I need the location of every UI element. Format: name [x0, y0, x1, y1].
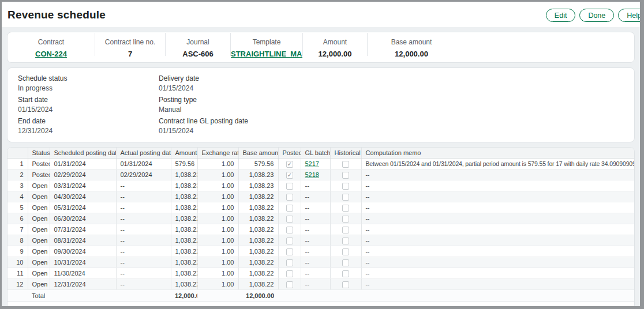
- summary-field: JournalASC-606: [166, 33, 231, 56]
- cell-status: Open: [28, 213, 50, 224]
- total-spacer: [197, 289, 238, 302]
- cell-scheduled-posting-date: 08/31/2024: [50, 235, 116, 246]
- cell-computation-memo: --: [361, 180, 634, 191]
- historical-checkbox[interactable]: [342, 281, 349, 288]
- detail-value: 01/15/2024: [159, 127, 248, 135]
- cell-historical: [330, 267, 361, 278]
- cell-historical: [330, 169, 361, 180]
- col-header: GL batch: [301, 148, 330, 158]
- row-number: 2: [8, 169, 28, 180]
- row-number: 8: [8, 235, 28, 246]
- col-header: Actual posting date: [116, 148, 171, 158]
- gl-batch-link[interactable]: 5217: [305, 160, 319, 167]
- cell-base-amount: 1,038.23: [238, 169, 278, 180]
- cell-gl-batch: --: [301, 278, 330, 289]
- posted-checkbox[interactable]: [286, 281, 293, 288]
- cell-gl-batch: --: [301, 224, 330, 235]
- historical-checkbox[interactable]: [342, 227, 349, 233]
- page-title: Revenue schedule: [8, 9, 106, 21]
- cell-posted: [278, 213, 301, 224]
- cell-gl-batch: --: [301, 267, 330, 278]
- cell-exchange-rate: 1.00: [197, 180, 238, 191]
- historical-checkbox[interactable]: [342, 172, 349, 179]
- total-spacer: [116, 289, 171, 302]
- cell-gl-batch: --: [301, 180, 330, 191]
- summary-field: TemplateSTRAIGHTLINE_MANUAL: [231, 33, 303, 56]
- cell-amount: 1,038.22: [171, 202, 197, 213]
- cell-gl-batch: --: [301, 235, 330, 246]
- historical-checkbox[interactable]: [342, 183, 349, 190]
- col-header: Status: [28, 148, 50, 158]
- historical-checkbox[interactable]: [342, 270, 349, 277]
- historical-checkbox[interactable]: [342, 259, 349, 266]
- posted-checkbox[interactable]: [286, 183, 293, 190]
- col-header: Computation memo: [361, 148, 634, 158]
- cell-computation-memo: --: [361, 278, 634, 289]
- cell-scheduled-posting-date: 03/31/2024: [50, 180, 116, 191]
- cell-base-amount: 1,038.22: [238, 267, 278, 278]
- gl-batch-link[interactable]: 5218: [305, 171, 319, 178]
- cell-posted: [278, 158, 301, 169]
- cell-computation-memo: --: [361, 169, 634, 180]
- summary-field-value: 12,000.00: [368, 50, 455, 58]
- total-spacer: [8, 289, 28, 302]
- row-number: 9: [8, 246, 28, 257]
- historical-checkbox[interactable]: [342, 216, 349, 223]
- edit-button[interactable]: Edit: [546, 9, 576, 22]
- cell-scheduled-posting-date: 12/31/2024: [50, 278, 116, 289]
- historical-checkbox[interactable]: [342, 205, 349, 212]
- cell-actual-posting-date: --: [116, 191, 171, 202]
- detail-pair: Schedule statusIn progress: [18, 74, 159, 92]
- total-row: Total 12,000.00 12,000.00: [8, 289, 634, 302]
- cell-scheduled-posting-date: 07/31/2024: [50, 224, 116, 235]
- cell-status: Posted: [28, 158, 50, 169]
- summary-field-link[interactable]: CON-224: [8, 50, 95, 58]
- cell-historical: [330, 246, 361, 257]
- cell-status: Open: [28, 235, 50, 246]
- cell-base-amount: 1,038.23: [238, 180, 278, 191]
- cell-scheduled-posting-date: 11/30/2024: [50, 267, 116, 278]
- detail-value: 12/31/2024: [18, 127, 159, 135]
- posted-checkbox[interactable]: [286, 161, 293, 168]
- col-header: Exchange rate: [197, 148, 238, 158]
- cell-computation-memo: Between 01/15/2024 and 01/31/2024, parti…: [361, 158, 634, 169]
- cell-actual-posting-date: --: [116, 202, 171, 213]
- posted-checkbox[interactable]: [286, 270, 293, 277]
- posted-checkbox[interactable]: [286, 216, 293, 223]
- cell-scheduled-posting-date: 02/29/2024: [50, 169, 116, 180]
- cell-posted: [278, 202, 301, 213]
- cell-historical: [330, 191, 361, 202]
- help-button[interactable]: Help: [618, 9, 640, 22]
- cell-gl-batch: --: [301, 202, 330, 213]
- cell-status: Posted: [28, 169, 50, 180]
- summary-field-value: ASC-606: [166, 50, 230, 58]
- action-buttons: Edit Done Help: [546, 9, 640, 22]
- table-header-row: StatusScheduled posting dateActual posti…: [8, 148, 634, 158]
- historical-checkbox[interactable]: [342, 194, 349, 201]
- historical-checkbox[interactable]: [342, 248, 349, 255]
- table-body: 1Posted01/31/202401/31/2024579.561.00579…: [8, 158, 634, 289]
- cell-status: Open: [28, 278, 50, 289]
- detail-value: 01/15/2024: [18, 105, 159, 114]
- posted-checkbox[interactable]: [286, 194, 293, 201]
- historical-checkbox[interactable]: [342, 238, 349, 244]
- posted-checkbox[interactable]: [286, 205, 293, 212]
- cell-historical: [330, 257, 361, 267]
- table-row: 7Open07/31/2024--1,038.221.001,038.22---…: [8, 224, 634, 235]
- cell-historical: [330, 235, 361, 246]
- posted-checkbox[interactable]: [286, 248, 293, 255]
- posted-checkbox[interactable]: [286, 172, 293, 179]
- posted-checkbox[interactable]: [286, 227, 293, 233]
- cell-computation-memo: --: [361, 246, 634, 257]
- col-header: Scheduled posting date: [50, 148, 116, 158]
- summary-field: Contract line no.7: [95, 33, 166, 56]
- done-button[interactable]: Done: [579, 9, 614, 22]
- summary-field: Base amount12,000.00: [368, 33, 455, 56]
- summary-field-value: 12,000.00: [303, 50, 367, 58]
- posted-checkbox[interactable]: [286, 259, 293, 266]
- summary-field-label: Base amount: [368, 38, 455, 46]
- cell-computation-memo: --: [361, 191, 634, 202]
- posted-checkbox[interactable]: [286, 238, 293, 244]
- historical-checkbox[interactable]: [342, 161, 349, 168]
- summary-field-link[interactable]: STRAIGHTLINE_MANUAL: [231, 50, 302, 58]
